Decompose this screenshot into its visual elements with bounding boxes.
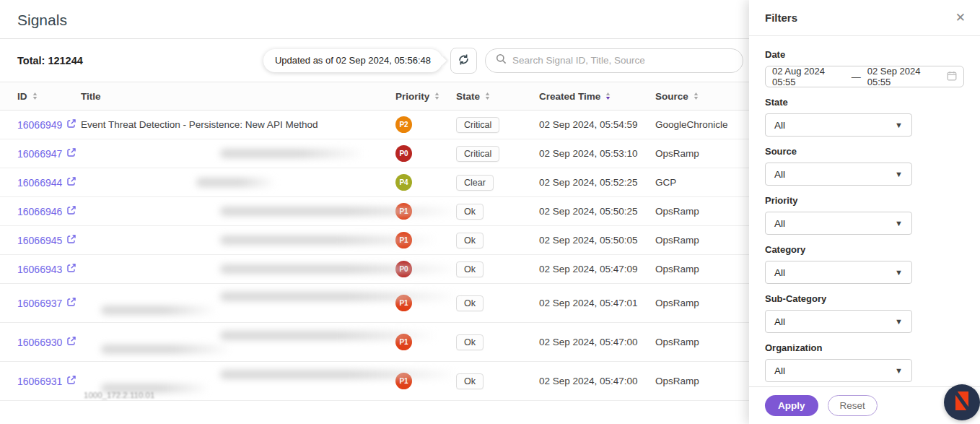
signal-id-link[interactable]: 16066947 — [17, 148, 62, 160]
priority-filter-label: Priority — [765, 195, 964, 206]
created-time: 02 Sep 2024, 05:53:10 — [539, 148, 655, 159]
calendar-icon — [947, 71, 957, 83]
created-time: 02 Sep 2024, 05:47:00 — [539, 337, 655, 347]
redacted-title — [220, 207, 458, 216]
redacted-title — [220, 331, 437, 340]
total-count: Total: 121244 — [17, 55, 83, 66]
select-value: All — [774, 169, 785, 180]
toolbar: Total: 121244 Updated as of 02 Sep 2024,… — [0, 39, 749, 82]
created-time: 02 Sep 2024, 05:47:09 — [539, 264, 655, 274]
refresh-icon — [457, 53, 471, 69]
source: OpsRamp — [655, 148, 749, 159]
search-input[interactable] — [512, 55, 732, 66]
signal-title: Event Threat Detection - Persistence: Ne… — [81, 119, 395, 130]
state-chip: Ok — [456, 373, 484, 389]
chevron-down-icon: ▼ — [895, 170, 903, 178]
created-time: 02 Sep 2024, 05:47:01 — [539, 298, 655, 308]
source-filter-label: Source — [765, 146, 964, 157]
signal-id-link[interactable]: 16066945 — [17, 235, 62, 246]
sub-category-filter-label: Sub-Category — [765, 293, 964, 304]
organization-filter-label: Organization — [765, 342, 964, 353]
created-time: 02 Sep 2024, 05:47:00 — [539, 376, 655, 386]
signals-page: Signals Total: 121244 Updated as of 02 S… — [0, 0, 749, 424]
source-filter-select[interactable]: All▼ — [765, 163, 912, 186]
external-link-icon[interactable] — [66, 234, 76, 247]
select-value: All — [774, 365, 785, 376]
redacted-title — [101, 345, 231, 354]
column-header-priority[interactable]: Priority▲▼ — [395, 91, 456, 102]
table-row: 160669311000_172.2.110.01P1Ok02 Sep 2024… — [0, 362, 749, 401]
external-link-icon[interactable] — [66, 263, 76, 276]
sub-category-filter-select[interactable]: All▼ — [765, 310, 912, 333]
created-time: 02 Sep 2024, 05:54:59 — [539, 119, 655, 130]
table-row: 16066947P0Critical02 Sep 2024, 05:53:10O… — [0, 139, 749, 168]
organization-filter-select[interactable]: All▼ — [765, 359, 912, 382]
page-title: Signals — [0, 0, 749, 29]
chevron-down-icon: ▼ — [895, 121, 903, 129]
search-box[interactable] — [485, 48, 743, 73]
signal-id-link[interactable]: 16066931 — [17, 376, 62, 387]
source: GCP — [655, 177, 749, 188]
external-link-icon[interactable] — [66, 375, 76, 388]
column-header-state[interactable]: State▲▼ — [456, 91, 539, 102]
select-value: All — [774, 120, 785, 131]
redacted-title — [220, 292, 458, 301]
state-chip: Critical — [456, 117, 499, 133]
column-header-title: Title — [81, 91, 395, 102]
signal-id-link[interactable]: 16066949 — [17, 119, 62, 131]
select-value: All — [774, 316, 785, 327]
table-row: 16066945P1Ok02 Sep 2024, 05:50:05OpsRamp — [0, 226, 749, 255]
chevron-down-icon: ▼ — [895, 268, 903, 277]
state-chip: Ok — [456, 334, 484, 350]
chat-widget-button[interactable] — [944, 384, 980, 420]
partial-title-text: 1000_172.2.110.01 — [84, 391, 154, 399]
table-row: 16066943P0Ok02 Sep 2024, 05:47:09OpsRamp — [0, 255, 749, 284]
column-header-created-time[interactable]: Created Time▲▼ — [539, 91, 655, 102]
external-link-icon[interactable] — [66, 176, 76, 189]
external-link-icon[interactable] — [66, 205, 76, 218]
table-row: 16066946P1Ok02 Sep 2024, 05:50:25OpsRamp — [0, 197, 749, 226]
reset-button[interactable]: Reset — [828, 395, 878, 416]
category-filter-select[interactable]: All▼ — [765, 261, 912, 284]
redacted-title — [196, 178, 276, 187]
external-link-icon[interactable] — [66, 147, 76, 160]
close-icon[interactable]: ✕ — [955, 12, 966, 24]
category-filter-label: Category — [765, 244, 964, 255]
refresh-button[interactable] — [450, 48, 477, 74]
state-chip: Clear — [456, 175, 494, 191]
source: OpsRamp — [655, 298, 749, 308]
apply-button[interactable]: Apply — [765, 395, 818, 416]
signal-id-link[interactable]: 16066944 — [17, 177, 62, 189]
table-row: 16066937P1Ok02 Sep 2024, 05:47:01OpsRamp — [0, 284, 749, 323]
signal-title-cell — [81, 226, 395, 254]
table-body: 16066949Event Threat Detection - Persist… — [0, 111, 749, 401]
external-link-icon[interactable] — [66, 297, 76, 310]
filters-header: Filters ✕ — [749, 0, 980, 36]
source: OpsRamp — [655, 337, 749, 347]
created-time: 02 Sep 2024, 05:50:25 — [539, 206, 655, 217]
source: OpsRamp — [655, 235, 749, 246]
signal-id-link[interactable]: 16066937 — [17, 298, 62, 309]
external-link-icon[interactable] — [66, 118, 76, 131]
column-header-id[interactable]: ID▲▼ — [17, 91, 81, 102]
priority-filter-select[interactable]: All▼ — [765, 212, 912, 235]
redacted-title — [220, 370, 458, 379]
state-chip: Ok — [456, 233, 484, 248]
source: OpsRamp — [655, 264, 749, 274]
state-chip: Ok — [456, 204, 484, 220]
signal-id-link[interactable]: 16066930 — [17, 337, 62, 348]
state-chip: Ok — [456, 261, 484, 277]
redacted-title — [220, 264, 458, 274]
state-filter-select[interactable]: All▼ — [765, 113, 912, 137]
brand-logo-icon — [953, 390, 971, 415]
source: GoogleChronicle — [655, 119, 749, 130]
priority-badge: P0 — [395, 145, 412, 162]
signal-id-link[interactable]: 16066946 — [17, 206, 62, 217]
filters-title: Filters — [765, 12, 797, 24]
column-header-source[interactable]: Source▲▼ — [655, 91, 749, 102]
signal-id-link[interactable]: 16066943 — [17, 264, 62, 275]
external-link-icon[interactable] — [66, 336, 76, 349]
chevron-down-icon: ▼ — [895, 219, 903, 228]
source: OpsRamp — [655, 206, 749, 217]
date-range-input[interactable]: 02 Aug 2024 05:55 — 02 Sep 2024 05:55 — [765, 66, 964, 87]
